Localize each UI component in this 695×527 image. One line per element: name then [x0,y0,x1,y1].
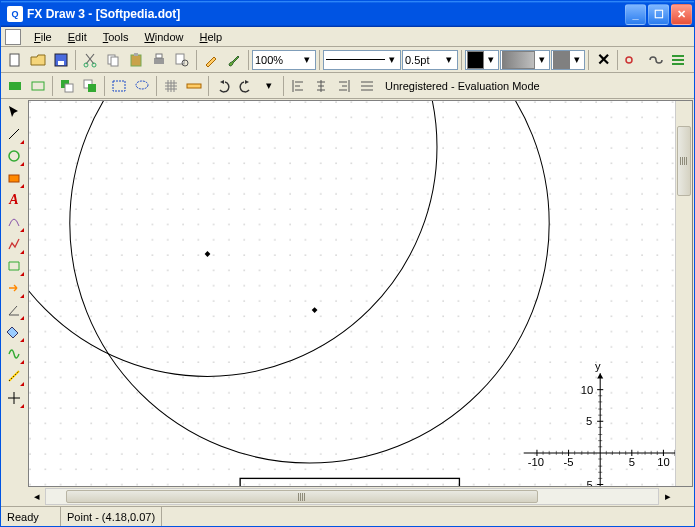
stroke-color-swatch [502,51,535,69]
svg-rect-6 [111,57,118,66]
svg-rect-8 [134,53,138,56]
chevron-down-icon: ▾ [300,53,313,66]
svg-rect-2 [58,61,64,65]
redo-button[interactable] [235,75,257,97]
circle-tool[interactable] [3,145,25,167]
fill-color-combo[interactable]: ▾ [465,50,499,70]
canvas-container: x y -10-5 510 105 -5-10 ◂ ▸ [27,99,694,506]
save-button[interactable] [50,49,72,71]
registration-status: Unregistered - Evaluation Mode [385,80,540,92]
toolbar-shapes: ▾ Unregistered - Evaluation Mode [1,73,694,99]
line-tool[interactable] [3,123,25,145]
svg-rect-17 [9,82,21,90]
menu-file[interactable]: File [27,29,59,45]
settings-button[interactable] [667,49,689,71]
line-weight-value: 0.5pt [405,54,442,66]
delete-button[interactable]: ✕ [592,49,614,71]
paste-button[interactable] [125,49,147,71]
zoom-value: 100% [255,54,300,66]
svg-text:10: 10 [657,456,669,468]
canvas-viewport[interactable]: x y -10-5 510 105 -5-10 [28,100,693,487]
menu-bar: File Edit Tools Window Help [1,27,694,47]
align-left-button[interactable] [287,75,309,97]
close-button[interactable]: ✕ [671,4,692,25]
minimize-button[interactable]: _ [625,4,646,25]
horizontal-scrollbar[interactable]: ◂ ▸ [28,488,693,505]
curve-tool[interactable] [3,211,25,233]
rect-outline-button[interactable] [27,75,49,97]
svg-rect-23 [113,81,125,91]
svg-rect-20 [65,84,73,92]
bring-front-button[interactable] [79,75,101,97]
undo-dd-button[interactable]: ▾ [258,75,280,97]
svg-rect-22 [88,84,96,92]
edit-tool-button[interactable] [200,49,222,71]
text-tool[interactable]: A [3,189,25,211]
stroke-color-combo[interactable]: ▾ [500,50,550,70]
rect-green-button[interactable] [4,75,26,97]
line-weight-combo[interactable]: 0.5pt ▾ [402,50,458,70]
open-button[interactable] [27,49,49,71]
new-button[interactable] [4,49,26,71]
fill-tool[interactable] [3,321,25,343]
line-style-combo[interactable]: ▾ [323,50,401,70]
brush-button[interactable] [223,49,245,71]
svg-rect-11 [176,54,184,64]
angle-tool[interactable] [3,299,25,321]
axes-tool[interactable] [3,387,25,409]
scrollbar-thumb[interactable] [677,126,691,196]
chevron-down-icon: ▾ [484,53,497,66]
distribute-button[interactable] [356,75,378,97]
vertical-scrollbar[interactable] [675,101,692,486]
menu-window[interactable]: Window [137,29,190,45]
drawing-canvas[interactable]: x y -10-5 510 105 -5-10 [29,101,692,487]
polygon-tool[interactable] [3,167,25,189]
shape-tool[interactable] [3,255,25,277]
svg-rect-15 [672,59,684,61]
link-button[interactable] [621,49,643,71]
app-icon: Q [7,6,23,22]
zoom-combo[interactable]: 100% ▾ [252,50,316,70]
menu-tools[interactable]: Tools [96,29,136,45]
svg-text:-5: -5 [583,479,593,487]
measure-tool[interactable] [3,365,25,387]
send-back-button[interactable] [56,75,78,97]
chevron-down-icon: ▾ [266,79,272,92]
line-preview [326,59,385,60]
svg-rect-30 [29,101,692,487]
select-rect-button[interactable] [108,75,130,97]
chevron-down-icon: ▾ [442,53,455,66]
align-right-button[interactable] [333,75,355,97]
menu-help[interactable]: Help [193,29,230,45]
scrollbar-thumb[interactable] [66,490,538,503]
ruler-button[interactable] [183,75,205,97]
svg-rect-18 [32,82,44,90]
status-bar: Ready Point - (4.18,0.07) [1,506,694,526]
svg-text:-5: -5 [563,456,573,468]
pattern-combo[interactable]: ▾ [551,50,585,70]
svg-rect-28 [9,175,19,182]
graph-tool[interactable] [3,233,25,255]
grid-button[interactable] [160,75,182,97]
undo-button[interactable] [212,75,234,97]
cut-button[interactable] [79,49,101,71]
pointer-tool[interactable] [3,101,25,123]
status-ready: Ready [1,507,61,526]
toolbar-main: 100% ▾ ▾ 0.5pt ▾ ▾ ▾ ▾ ✕ [1,47,694,73]
menu-edit[interactable]: Edit [61,29,94,45]
svg-point-24 [136,81,148,89]
svg-text:5: 5 [586,415,592,427]
maximize-button[interactable]: ☐ [648,4,669,25]
print-button[interactable] [148,49,170,71]
function-tool[interactable] [3,343,25,365]
print-preview-button[interactable] [171,49,193,71]
document-icon [5,29,21,45]
fill-color-swatch [467,51,484,69]
chain-button[interactable] [644,49,666,71]
select-lasso-button[interactable] [131,75,153,97]
copy-button[interactable] [102,49,124,71]
arrow-tool[interactable] [3,277,25,299]
align-center-button[interactable] [310,75,332,97]
svg-text:10: 10 [581,384,593,396]
chevron-down-icon: ▾ [535,53,548,66]
